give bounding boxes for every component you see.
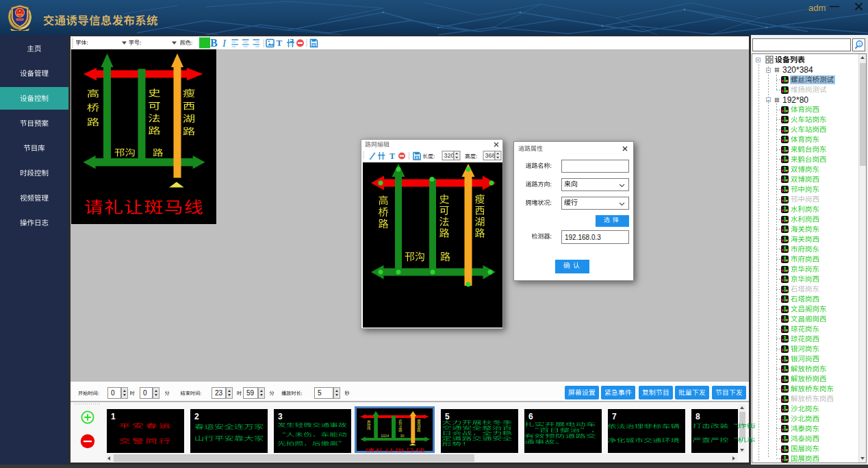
svg-text:B: B	[210, 37, 218, 49]
svg-text:1024: 1024	[381, 434, 389, 438]
svg-text:368: 368	[485, 152, 496, 159]
svg-text:3: 3	[858, 42, 861, 47]
svg-text:320: 320	[444, 152, 455, 159]
svg-text:I: I	[222, 38, 227, 49]
svg-text:30: 30	[400, 434, 405, 438]
svg-text:T: T	[390, 151, 395, 161]
svg-text:T: T	[277, 38, 283, 48]
